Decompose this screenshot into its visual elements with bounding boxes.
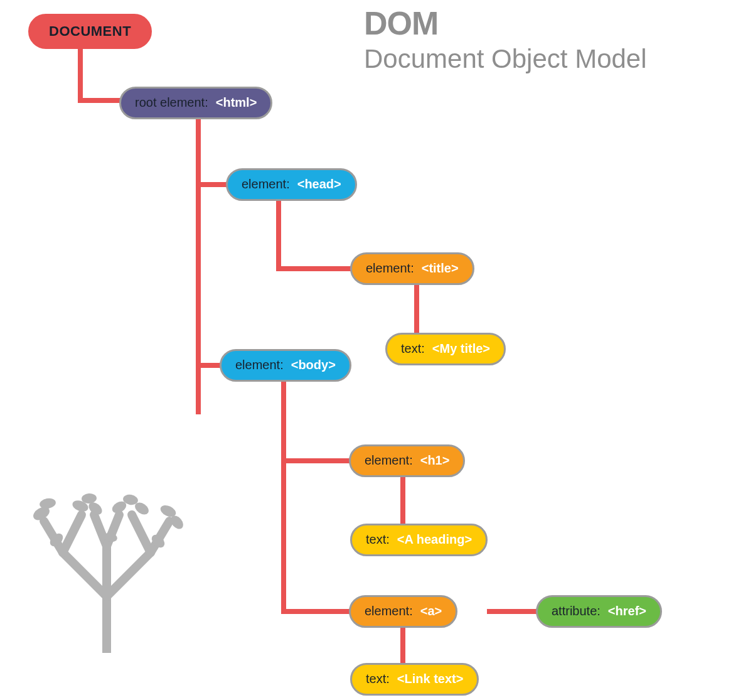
node-head-tag: <head> [297,177,341,191]
node-body-tag: <body> [291,358,336,372]
tree-icon [19,477,195,653]
connector [414,285,419,335]
node-html-tag: <html> [216,95,257,110]
node-title-text-tag: <My title> [432,342,490,356]
node-a-text: text: <Link text> [350,663,479,696]
node-title-tag: <title> [422,261,459,276]
connector [196,182,228,187]
node-a: element: <a> [349,595,457,628]
connector [276,201,281,271]
connector [78,49,83,103]
node-body-label: element: [235,358,284,372]
node-a-text-tag: <Link text> [397,672,464,686]
node-h1-tag: <h1> [420,453,450,468]
node-a-label: element: [365,604,413,618]
node-head: element: <head> [226,168,357,201]
connector [400,477,405,526]
node-h1-text-tag: <A heading> [397,532,472,547]
node-head-label: element: [242,177,290,191]
connector [281,609,351,614]
node-a-text-label: text: [366,672,390,686]
node-h1-text-label: text: [366,532,390,547]
dom-diagram: DOM Document Object Model DOCUMENT root … [0,0,753,700]
connector [78,98,122,103]
node-h1-text: text: <A heading> [350,524,488,556]
connector [400,628,405,665]
node-a-tag: <a> [420,604,442,618]
node-href: attribute: <href> [536,595,662,628]
connector [196,363,222,368]
node-href-label: attribute: [552,604,601,618]
connector [196,119,201,414]
node-document-label: DOCUMENT [49,23,131,40]
connector [487,609,538,614]
connector [281,382,286,614]
connector [276,266,353,271]
node-title: element: <title> [350,252,474,285]
node-title-text-label: text: [401,342,425,356]
node-h1: element: <h1> [349,444,465,477]
node-href-tag: <href> [608,604,646,618]
connector [281,458,351,463]
diagram-subtitle: Document Object Model [364,43,647,75]
node-html: root element: <html> [119,87,272,119]
node-title-text: text: <My title> [385,333,506,365]
node-body: element: <body> [220,349,351,382]
node-html-label: root element: [135,95,208,110]
node-h1-label: element: [365,453,413,468]
diagram-title: DOM [364,6,647,41]
diagram-title-block: DOM Document Object Model [364,6,647,75]
node-title-label: element: [366,261,414,276]
node-document: DOCUMENT [28,14,152,49]
